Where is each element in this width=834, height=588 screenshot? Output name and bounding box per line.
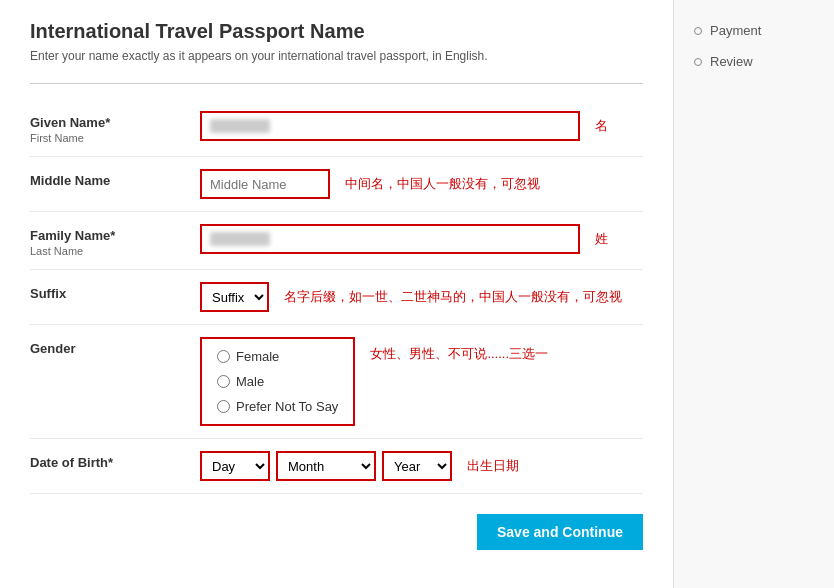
gender-female-radio[interactable] <box>217 350 230 363</box>
dob-row: Date of Birth* Day 12345 678910 11121314… <box>30 439 643 494</box>
save-btn-row: Save and Continue <box>30 494 643 560</box>
middle-name-row: Middle Name 中间名，中国人一般没有，可忽视 <box>30 157 643 212</box>
gender-prefer-not[interactable]: Prefer Not To Say <box>217 399 338 414</box>
middle-name-annotation: 中间名，中国人一般没有，可忽视 <box>345 175 540 193</box>
dob-label: Date of Birth* <box>30 451 200 470</box>
middle-name-input-area: 中间名，中国人一般没有，可忽视 <box>200 169 643 199</box>
dob-selects: Day 12345 678910 1112131415 1617181920 2… <box>200 451 452 481</box>
given-name-input-area: 名 <box>200 111 643 141</box>
middle-name-input[interactable] <box>200 169 330 199</box>
family-name-annotation: 姓 <box>595 230 608 248</box>
gender-annotation: 女性、男性、不可说......三选一 <box>370 345 548 363</box>
suffix-row: Suffix Suffix Jr. Sr. II III IV 名字后缀，如一世… <box>30 270 643 325</box>
gender-prefer-label: Prefer Not To Say <box>236 399 338 414</box>
dob-month-select[interactable]: Month JanuaryFebruaryMarch AprilMayJune … <box>276 451 376 481</box>
sidebar-item-payment[interactable]: Payment <box>689 15 819 46</box>
review-bullet <box>694 58 702 66</box>
sidebar-item-review[interactable]: Review <box>689 46 819 77</box>
payment-bullet <box>694 27 702 35</box>
gender-options-box: Female Male Prefer Not To Say <box>200 337 355 426</box>
given-name-row: Given Name* First Name 名 <box>30 99 643 157</box>
dob-day-select[interactable]: Day 12345 678910 1112131415 1617181920 2… <box>200 451 270 481</box>
dob-input-area: Day 12345 678910 1112131415 1617181920 2… <box>200 451 643 481</box>
save-button[interactable]: Save and Continue <box>477 514 643 550</box>
suffix-annotation: 名字后缀，如一世、二世神马的，中国人一般没有，可忽视 <box>284 288 622 306</box>
gender-male-label: Male <box>236 374 264 389</box>
gender-female[interactable]: Female <box>217 349 338 364</box>
suffix-select[interactable]: Suffix Jr. Sr. II III IV <box>200 282 269 312</box>
dob-annotation: 出生日期 <box>467 457 519 475</box>
given-name-label: Given Name* First Name <box>30 111 200 144</box>
suffix-input-area: Suffix Jr. Sr. II III IV 名字后缀，如一世、二世神马的，… <box>200 282 643 312</box>
page-subtitle: Enter your name exactly as it appears on… <box>30 49 643 63</box>
gender-input-area: Female Male Prefer Not To Say 女性、男性、不可说.… <box>200 337 643 426</box>
gender-label: Gender <box>30 337 200 356</box>
sidebar-review-label: Review <box>710 54 753 69</box>
gender-female-label: Female <box>236 349 279 364</box>
sidebar-payment-label: Payment <box>710 23 761 38</box>
sidebar: Payment Review <box>674 0 834 588</box>
given-name-annotation: 名 <box>595 117 608 135</box>
gender-prefer-radio[interactable] <box>217 400 230 413</box>
family-name-input-area: 姓 <box>200 224 643 254</box>
family-name-label: Family Name* Last Name <box>30 224 200 257</box>
middle-name-label: Middle Name <box>30 169 200 188</box>
gender-male-radio[interactable] <box>217 375 230 388</box>
dob-year-select[interactable]: Year <box>382 451 452 481</box>
suffix-label: Suffix <box>30 282 200 301</box>
gender-row: Gender Female Male Prefer Not To Say <box>30 325 643 439</box>
gender-male[interactable]: Male <box>217 374 338 389</box>
page-title: International Travel Passport Name <box>30 20 643 43</box>
family-name-row: Family Name* Last Name 姓 <box>30 212 643 270</box>
title-divider <box>30 83 643 84</box>
